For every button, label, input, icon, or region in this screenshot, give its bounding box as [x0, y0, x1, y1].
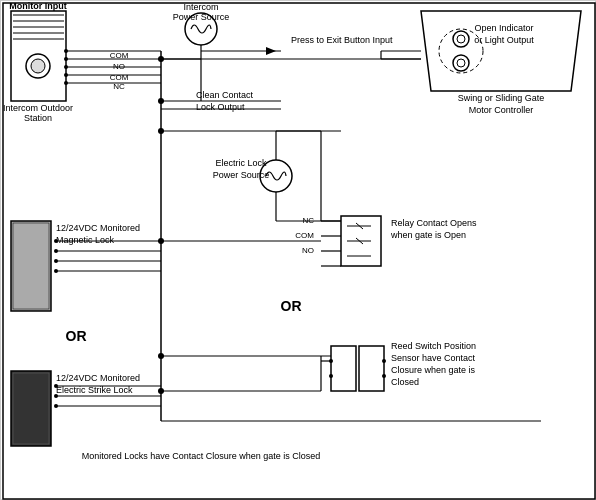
or-label-1: OR — [281, 298, 302, 314]
svg-text:NC: NC — [302, 216, 314, 225]
svg-text:Power Source: Power Source — [173, 12, 230, 22]
svg-point-77 — [382, 374, 386, 378]
svg-point-76 — [329, 374, 333, 378]
electric-lock-power-label: Electric Lock — [215, 158, 267, 168]
svg-text:Closed: Closed — [391, 377, 419, 387]
gate-motor-label: Swing or Sliding Gate — [458, 93, 545, 103]
svg-text:Power Source: Power Source — [213, 170, 270, 180]
open-indicator-label: Open Indicator — [474, 23, 533, 33]
relay-contact-label: Relay Contact Opens — [391, 218, 477, 228]
svg-text:or Light Output: or Light Output — [474, 35, 534, 45]
svg-point-91 — [158, 56, 164, 62]
svg-text:COM: COM — [110, 51, 129, 60]
electric-strike-label: 12/24VDC Monitored — [56, 373, 140, 383]
intercom-outdoor-label: Intercom Outdoor — [3, 103, 73, 113]
svg-marker-27 — [266, 47, 276, 55]
svg-text:NC: NC — [113, 82, 125, 91]
svg-text:Station: Station — [24, 113, 52, 123]
svg-rect-43 — [11, 371, 51, 446]
svg-point-93 — [158, 128, 164, 134]
monitor-input-label: Monitor Input — [9, 1, 66, 11]
svg-text:COM: COM — [110, 73, 129, 82]
svg-point-8 — [31, 59, 45, 73]
svg-rect-72 — [331, 346, 356, 391]
svg-point-94 — [158, 238, 164, 244]
clean-contact-label: Clean Contact — [196, 90, 254, 100]
svg-point-96 — [158, 388, 164, 394]
svg-text:NO: NO — [113, 62, 125, 71]
svg-text:NO: NO — [302, 246, 314, 255]
intercom-power-label: Intercom — [183, 2, 218, 12]
svg-point-85 — [457, 35, 465, 43]
svg-text:when gate is Open: when gate is Open — [390, 230, 466, 240]
svg-text:Magnetic Lock: Magnetic Lock — [56, 235, 115, 245]
monitored-locks-label: Monitored Locks have Contact Closure whe… — [82, 451, 321, 461]
reed-switch-label: Reed Switch Position — [391, 341, 476, 351]
svg-text:Sensor have Contact: Sensor have Contact — [391, 353, 476, 363]
magnetic-lock-label: 12/24VDC Monitored — [56, 223, 140, 233]
svg-point-92 — [158, 98, 164, 104]
svg-text:Closure when gate is: Closure when gate is — [391, 365, 476, 375]
or-label-2: OR — [66, 328, 87, 344]
svg-text:Motor Controller: Motor Controller — [469, 105, 534, 115]
svg-text:Lock Output: Lock Output — [196, 102, 245, 112]
svg-text:Electric Strike Lock: Electric Strike Lock — [56, 385, 133, 395]
svg-point-95 — [158, 353, 164, 359]
svg-point-86 — [457, 59, 465, 67]
wiring-diagram: COM NO COM NC — [0, 0, 596, 500]
svg-rect-73 — [359, 346, 384, 391]
svg-text:COM: COM — [295, 231, 314, 240]
svg-rect-33 — [11, 221, 51, 311]
svg-point-75 — [382, 359, 386, 363]
press-to-exit-label: Press to Exit Button Input — [291, 35, 393, 45]
